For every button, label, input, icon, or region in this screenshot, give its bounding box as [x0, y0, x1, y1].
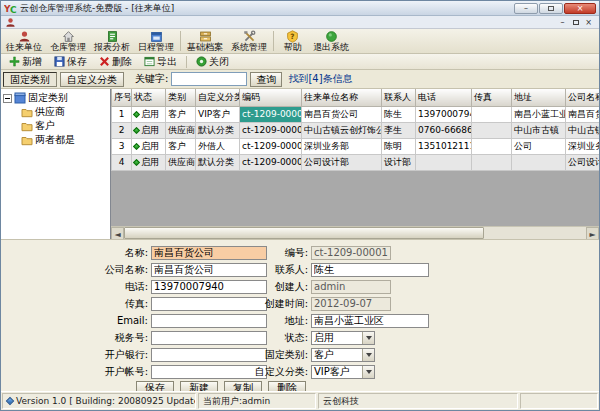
title-bar: Y C 云创仓库管理系统-免费版 - [往来单位] – × [1, 1, 599, 16]
horizontal-scrollbar[interactable]: ◄ ► [111, 226, 599, 239]
close-view-button[interactable]: 关闭 [191, 53, 234, 71]
save-icon [54, 56, 65, 67]
status-bar: Version 1.0 [ Building: 20080925 Update:… [1, 391, 599, 410]
scroll-left-icon[interactable]: ◄ [111, 227, 124, 240]
mdi-restore-button[interactable] [569, 17, 582, 28]
custom-category-select[interactable]: VIP客户 [311, 365, 375, 379]
version-text: Version 1.0 [ Building: 20080925 Update:… [16, 396, 196, 406]
current-user-text: 当前用户:admin [198, 393, 316, 409]
tree-item-supplier[interactable]: 供应商 [21, 105, 110, 119]
col-code[interactable]: 编码 [240, 89, 302, 106]
form-copy-button[interactable]: 复制 [224, 381, 262, 391]
search-button[interactable]: 查询 [250, 72, 282, 87]
status-enabled-icon [133, 110, 140, 117]
tax-no-label: 税务号: [39, 331, 151, 345]
toolbar-button-reports[interactable]: 报表分析 [90, 29, 134, 53]
toolbar-button-help[interactable]: ? 帮助 [276, 29, 309, 53]
toolbar-button-schedule[interactable]: 日程管理 [134, 29, 178, 53]
close-button[interactable]: × [564, 3, 596, 14]
address-field[interactable] [311, 314, 429, 328]
chevron-down-icon[interactable] [362, 332, 374, 344]
status-select[interactable]: 启用 [311, 331, 375, 345]
col-seq[interactable]: 序号 [112, 89, 132, 106]
mdi-restore-icon [573, 20, 579, 25]
selected-cell[interactable]: ct-1209-00001 [240, 106, 302, 122]
restore-button[interactable] [539, 3, 563, 14]
tree-item-customer[interactable]: 客户 [21, 119, 110, 133]
col-name[interactable]: 往来单位名称 [302, 89, 382, 106]
filter-bar: 固定类别 自定义分类 关键字: 查询 找到[4]条信息 [1, 70, 599, 89]
content-area: 固定类别 供应商 客户 两者都是 序号 [1, 89, 599, 239]
col-contact[interactable]: 联系人 [382, 89, 416, 106]
company-name-label: 公司名称: [39, 263, 151, 277]
col-address[interactable]: 地址 [512, 89, 566, 106]
code-label: 编号: [231, 246, 311, 260]
folder-icon [21, 107, 33, 118]
window-title: 云创仓库管理系统-免费版 - [往来单位] [20, 2, 514, 15]
delete-button[interactable]: 删除 [94, 53, 137, 71]
form-save-button[interactable]: 保存 [136, 381, 174, 391]
custom-category-label: 自定义分类: [231, 365, 311, 379]
table-row[interactable]: 3 启用 客户 外借人 ct-1209-00003 深圳业务部 陈明 13510… [112, 138, 600, 154]
save-button[interactable]: 保存 [49, 53, 92, 71]
keyword-label: 关键字: [135, 72, 168, 86]
scroll-right-icon[interactable]: ► [586, 227, 599, 240]
mdi-close-button[interactable]: × [582, 17, 595, 28]
status-enabled-icon [133, 142, 140, 149]
table-header-row: 序号 状态 类别 自定义分类 编码 往来单位名称 联系人 电话 传真 地址 公司… [112, 89, 600, 106]
export-button[interactable]: 导出 [139, 53, 182, 71]
col-custom-category[interactable]: 自定义分类 [196, 89, 240, 106]
delete-icon [99, 56, 110, 67]
category-tree: 固定类别 供应商 客户 两者都是 [1, 89, 111, 239]
email-label: Email: [39, 315, 151, 326]
fixed-category-label: 固定类别: [231, 348, 311, 362]
toolbar-button-contacts[interactable]: 往来单位 [2, 29, 46, 53]
status-enabled-icon [133, 126, 140, 133]
edit-toolbar: 新增 保存 删除 导出 关闭 [1, 54, 599, 70]
keyword-input[interactable] [171, 72, 247, 86]
chevron-down-icon[interactable] [362, 366, 374, 378]
scrollbar-thumb[interactable] [124, 227, 484, 239]
tree-root-fixed-category[interactable]: 固定类别 [3, 91, 110, 105]
fixed-category-select[interactable]: 客户 [311, 348, 375, 362]
mdi-minimize-button[interactable]: – [556, 17, 569, 28]
svg-text:C: C [10, 5, 17, 14]
col-fax[interactable]: 传真 [472, 89, 512, 106]
toolbar-button-system[interactable]: 系统管理 [227, 29, 271, 53]
folder-icon [21, 135, 33, 146]
app-window: Y C 云创仓库管理系统-免费版 - [往来单位] – × – × 往来单位 仓… [0, 0, 600, 411]
bank-label: 开户银行: [39, 348, 151, 362]
form-new-button[interactable]: 新建 [180, 381, 218, 391]
tree-collapse-icon[interactable] [3, 94, 12, 103]
address-label: 地址: [231, 314, 311, 328]
col-status[interactable]: 状态 [132, 89, 166, 106]
table-row[interactable]: 2 启用 供应商 默认分类 ct-1209-00002 中山古镇云创灯饰公司 李… [112, 122, 600, 138]
toolbar-separator [186, 56, 187, 68]
chevron-down-icon[interactable] [362, 349, 374, 361]
add-button[interactable]: 新增 [4, 53, 47, 71]
contact-field[interactable] [311, 263, 429, 277]
tab-fixed-category[interactable]: 固定类别 [3, 72, 57, 87]
mdi-child-person-icon [5, 17, 16, 28]
tree-item-both[interactable]: 两者都是 [21, 133, 110, 147]
contact-label: 联系人: [231, 263, 311, 277]
col-phone[interactable]: 电话 [416, 89, 472, 106]
phone-label: 电话: [39, 280, 151, 294]
toolbar-button-exit[interactable]: 退出系统 [309, 29, 353, 53]
toolbar-button-warehouse[interactable]: 仓库管理 [46, 29, 90, 53]
toolbar-button-archives[interactable]: 基础档案 [183, 29, 227, 53]
form-button-bar: 保存 新建 复制 删除 [136, 381, 306, 391]
col-category[interactable]: 类别 [166, 89, 196, 106]
form-delete-button[interactable]: 删除 [268, 381, 306, 391]
col-company[interactable]: 公司名称 [566, 89, 600, 106]
toolbar-separator [273, 31, 274, 51]
table-row[interactable]: 4 启用 供应商 默认分类 ct-1209-00004 公司设计部 设计部 公司… [112, 154, 600, 170]
tab-custom-category[interactable]: 自定义分类 [60, 72, 124, 87]
fax-label: 传真: [39, 297, 151, 311]
minimize-button[interactable]: – [514, 3, 538, 14]
table-row[interactable]: 1 启用 客户 VIP客户 ct-1209-00001 南昌百货公司 陈生 13… [112, 106, 600, 122]
grid-empty-area [111, 171, 599, 227]
code-field [311, 246, 391, 260]
version-diamond-icon [6, 397, 14, 405]
account-no-label: 开户帐号: [39, 365, 151, 379]
